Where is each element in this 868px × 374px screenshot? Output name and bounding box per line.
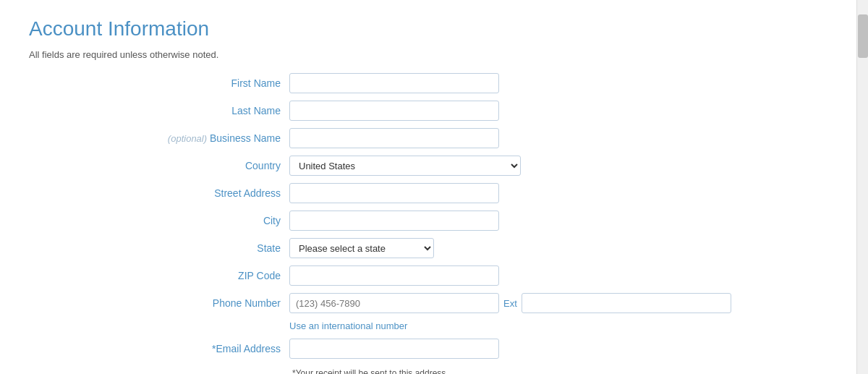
country-select[interactable]: United States Canada United Kingdom Aust… bbox=[289, 156, 521, 176]
first-name-row: First Name bbox=[29, 73, 827, 93]
state-row: State Please select a state Alabama Alas… bbox=[29, 238, 827, 258]
subtitle: All fields are required unless otherwise… bbox=[29, 49, 827, 60]
email-row: *Email Address bbox=[29, 339, 827, 359]
street-address-row: Street Address bbox=[29, 183, 827, 203]
phone-input[interactable] bbox=[289, 293, 499, 313]
phone-number-row: Phone Number Ext bbox=[29, 293, 827, 313]
zip-code-label: ZIP Code bbox=[29, 270, 289, 281]
email-note-row: *Your receipt will be sent to this addre… bbox=[29, 366, 827, 374]
street-address-label: Street Address bbox=[29, 187, 289, 199]
international-row: Use an international number bbox=[29, 320, 827, 331]
ext-label: Ext bbox=[503, 298, 517, 309]
scrollbar[interactable] bbox=[856, 0, 868, 374]
email-label: *Email Address bbox=[29, 343, 289, 354]
ext-input[interactable] bbox=[522, 293, 731, 313]
last-name-input[interactable] bbox=[289, 101, 499, 121]
phone-group: Ext bbox=[289, 293, 731, 313]
country-row: Country United States Canada United King… bbox=[29, 156, 827, 176]
business-name-row: (optional) Business Name bbox=[29, 128, 827, 148]
state-select[interactable]: Please select a state Alabama Alaska Ari… bbox=[289, 238, 434, 258]
scrollbar-thumb[interactable] bbox=[858, 14, 868, 58]
email-input[interactable] bbox=[289, 339, 499, 359]
city-label: City bbox=[29, 215, 289, 226]
business-name-text: Business Name bbox=[210, 132, 281, 144]
zip-code-input[interactable] bbox=[289, 265, 499, 286]
zip-code-row: ZIP Code bbox=[29, 265, 827, 286]
optional-label: (optional) bbox=[168, 133, 207, 144]
business-name-label: (optional) Business Name bbox=[29, 132, 289, 144]
international-link[interactable]: Use an international number bbox=[289, 320, 407, 331]
city-row: City bbox=[29, 211, 827, 231]
email-note: *Your receipt will be sent to this addre… bbox=[292, 368, 448, 374]
street-address-input[interactable] bbox=[289, 183, 499, 203]
last-name-row: Last Name bbox=[29, 101, 827, 121]
state-label: State bbox=[29, 242, 289, 254]
country-label: Country bbox=[29, 160, 289, 171]
account-form: First Name Last Name (optional) Business… bbox=[29, 73, 827, 374]
first-name-input[interactable] bbox=[289, 73, 499, 93]
city-input[interactable] bbox=[289, 211, 499, 231]
business-name-input[interactable] bbox=[289, 128, 499, 148]
last-name-label: Last Name bbox=[29, 105, 289, 116]
first-name-label: First Name bbox=[29, 77, 289, 89]
main-content: Account Information All fields are requi… bbox=[0, 0, 856, 374]
page-title: Account Information bbox=[29, 17, 827, 41]
phone-number-label: Phone Number bbox=[29, 297, 289, 309]
